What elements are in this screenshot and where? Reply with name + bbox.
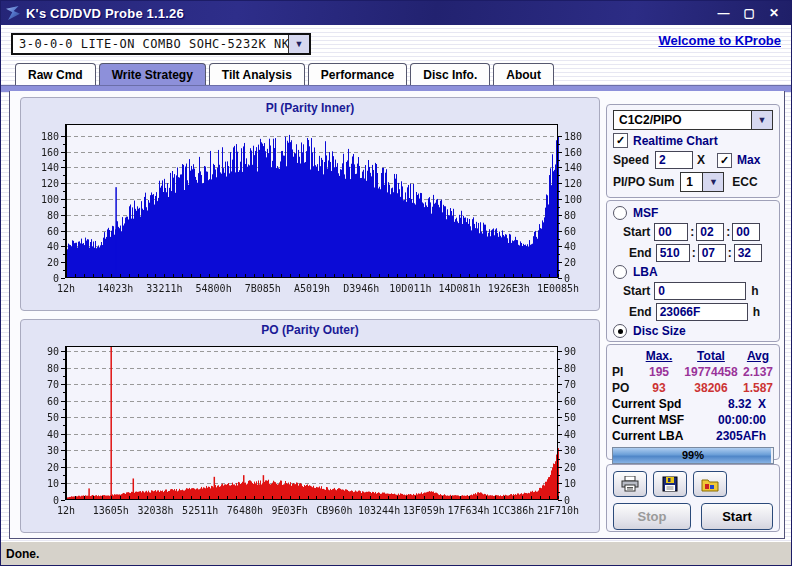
pipo-sum-value: 1: [681, 175, 702, 189]
minimize-icon[interactable]: —: [718, 6, 730, 20]
mode-select-value: C1C2/PIPO: [614, 113, 751, 127]
stats-header-total: Total: [680, 349, 742, 363]
realtime-chart-label: Realtime Chart: [633, 134, 718, 148]
disc-size-radio[interactable]: [613, 324, 627, 338]
lba-end-label: End: [629, 305, 652, 319]
start-button[interactable]: Start: [701, 503, 773, 530]
mode-select[interactable]: C1C2/PIPO ▼: [613, 110, 773, 130]
title-bar: K's CD/DVD Probe 1.1.26 — ▢ ✕: [1, 1, 791, 25]
pi-max-value: 195: [638, 365, 680, 379]
tab-disc-info[interactable]: Disc Info.: [410, 63, 490, 85]
msf-start-min-input[interactable]: 00: [654, 223, 688, 241]
speed-label: Speed: [613, 153, 649, 167]
stats-header-max: Max.: [638, 349, 680, 363]
printer-icon: [621, 476, 639, 492]
stats-header-avg: Avg: [742, 349, 774, 363]
po-total-value: 38206: [680, 381, 742, 395]
msf-start-label: Start: [623, 225, 650, 239]
current-spd-value: 8.32: [728, 397, 751, 411]
max-speed-checkbox[interactable]: ✓: [717, 153, 732, 168]
current-spd-unit: X: [758, 397, 766, 411]
stop-button[interactable]: Stop: [613, 503, 691, 530]
progress-percent-label: 99%: [613, 448, 773, 463]
po-chart-box: PO (Parity Outer): [20, 319, 600, 533]
pi-chart-box: PI (Parity Inner): [20, 97, 600, 311]
msf-end-frame-input[interactable]: 32: [734, 244, 762, 262]
tab-tilt-analysis[interactable]: Tilt Analysis: [209, 63, 305, 85]
scan-progress-bar: 99%: [612, 447, 774, 464]
po-avg-value: 1.587: [742, 381, 774, 395]
lba-end-unit: h: [753, 305, 760, 319]
lba-start-unit: h: [751, 284, 758, 298]
print-button[interactable]: [613, 471, 647, 497]
floppy-disk-icon: [662, 476, 678, 492]
current-lba-value: 2305AFh: [716, 429, 774, 443]
lba-end-input[interactable]: 23066F: [656, 303, 748, 321]
po-chart-canvas: [24, 340, 596, 526]
chart-options-group: C1C2/PIPO ▼ ✓ Realtime Chart Speed 2 X ✓…: [606, 104, 780, 198]
drive-selector-value: 3-0-0-0 LITE-ON COMBO SOHC-5232K NK07: [13, 37, 288, 51]
pi-row-label: PI: [612, 365, 638, 379]
pipo-sum-select[interactable]: 1 ▼: [680, 172, 724, 192]
stats-group: Max. Total Avg PI 195 19774458 2.137 PO …: [606, 344, 780, 460]
app-icon: [6, 6, 20, 20]
lba-start-input[interactable]: 0: [654, 282, 746, 300]
chevron-down-icon[interactable]: ▼: [288, 35, 309, 53]
tab-write-strategy[interactable]: Write Strategy: [99, 63, 206, 85]
speed-input[interactable]: 2: [655, 151, 693, 169]
image-folder-icon: [701, 477, 719, 492]
tab-about[interactable]: About: [493, 63, 554, 85]
actions-group: Stop Start: [606, 464, 780, 532]
pipo-sum-unit-label: ECC: [732, 175, 757, 189]
status-text: Done.: [1, 547, 39, 561]
lba-radio[interactable]: [613, 265, 627, 279]
msf-label: MSF: [633, 206, 658, 220]
lba-label: LBA: [633, 265, 658, 279]
close-icon[interactable]: ✕: [769, 6, 779, 20]
msf-end-label: End: [629, 246, 652, 260]
main-panel: PI (Parity Inner) PO (Parity Outer) C1C2…: [9, 91, 785, 539]
msf-radio[interactable]: [613, 206, 627, 220]
disc-size-label: Disc Size: [633, 324, 686, 338]
tab-bar: Raw Cmd Write Strategy Tilt Analysis Per…: [15, 63, 554, 85]
pi-chart-canvas: [24, 118, 596, 304]
pipo-sum-label: PI/PO Sum: [613, 175, 674, 189]
msf-start-sec-input[interactable]: 02: [696, 223, 724, 241]
drive-selector[interactable]: 3-0-0-0 LITE-ON COMBO SOHC-5232K NK07 ▼: [11, 33, 311, 55]
status-bar: Done.: [1, 541, 791, 565]
pi-chart-title: PI (Parity Inner): [21, 98, 599, 118]
export-image-button[interactable]: [693, 471, 727, 497]
tab-raw-cmd[interactable]: Raw Cmd: [15, 63, 96, 85]
chevron-down-icon[interactable]: ▼: [751, 111, 772, 129]
tab-performance[interactable]: Performance: [308, 63, 407, 85]
current-lba-label: Current LBA: [612, 429, 683, 443]
po-chart-title: PO (Parity Outer): [21, 320, 599, 340]
chevron-down-icon[interactable]: ▼: [702, 173, 723, 191]
welcome-link[interactable]: Welcome to KProbe: [658, 33, 781, 48]
speed-unit-label: X: [697, 153, 705, 167]
pi-total-value: 19774458: [680, 365, 742, 379]
current-msf-value: 00:00:00: [718, 413, 774, 427]
app-window: K's CD/DVD Probe 1.1.26 — ▢ ✕ 3-0-0-0 LI…: [0, 0, 792, 566]
current-spd-label: Current Spd: [612, 397, 681, 411]
po-max-value: 93: [638, 381, 680, 395]
realtime-chart-checkbox[interactable]: ✓: [613, 133, 628, 148]
scan-range-group: MSF Start 00 : 02 : 00 End 510 : 07 : 32…: [606, 200, 780, 342]
save-button[interactable]: [653, 471, 687, 497]
lba-start-label: Start: [623, 284, 650, 298]
pi-avg-value: 2.137: [742, 365, 774, 379]
maximize-icon[interactable]: ▢: [744, 6, 755, 20]
window-title: K's CD/DVD Probe 1.1.26: [26, 6, 184, 21]
po-row-label: PO: [612, 381, 638, 395]
msf-start-frame-input[interactable]: 00: [732, 223, 760, 241]
current-msf-label: Current MSF: [612, 413, 684, 427]
msf-end-sec-input[interactable]: 07: [698, 244, 726, 262]
max-speed-label: Max: [737, 153, 760, 167]
msf-end-min-input[interactable]: 510: [656, 244, 690, 262]
